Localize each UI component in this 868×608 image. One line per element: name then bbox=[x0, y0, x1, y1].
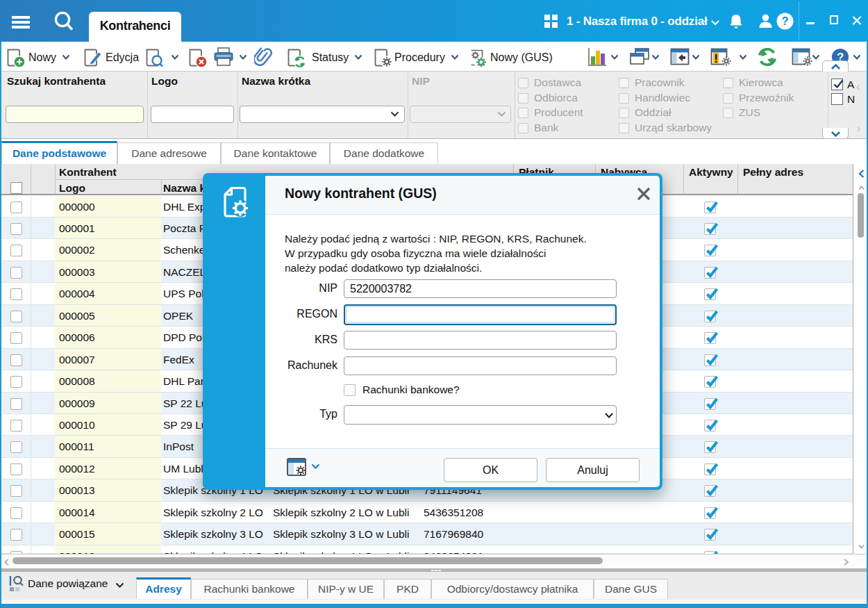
svg-text:?: ? bbox=[781, 15, 788, 27]
